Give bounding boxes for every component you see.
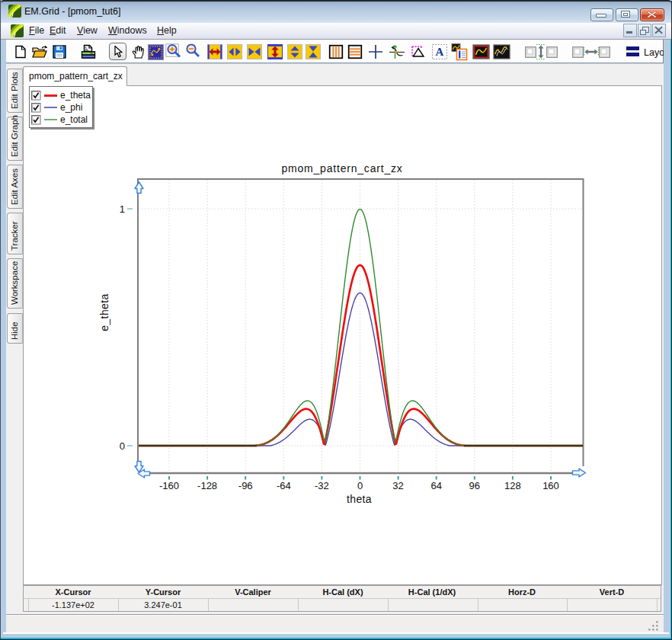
svg-text:1: 1: [120, 203, 125, 215]
svg-text:-160: -160: [159, 480, 179, 491]
svg-text:theta: theta: [347, 493, 372, 505]
svg-text:160: 160: [542, 480, 559, 491]
svg-text:-64: -64: [277, 480, 291, 491]
svg-text:96: 96: [469, 480, 480, 491]
svg-text:e_theta: e_theta: [98, 293, 110, 331]
svg-text:-128: -128: [197, 480, 217, 491]
svg-text:32: 32: [392, 480, 403, 491]
svg-text:64: 64: [430, 480, 441, 491]
svg-text:-96: -96: [238, 480, 253, 491]
svg-text:128: 128: [504, 480, 521, 491]
svg-text:-32: -32: [315, 480, 329, 491]
svg-text:A: A: [436, 46, 444, 58]
svg-text:0: 0: [357, 480, 363, 491]
svg-text:pmom_pattern_cart_zx: pmom_pattern_cart_zx: [281, 162, 402, 174]
svg-text:0: 0: [120, 440, 125, 452]
